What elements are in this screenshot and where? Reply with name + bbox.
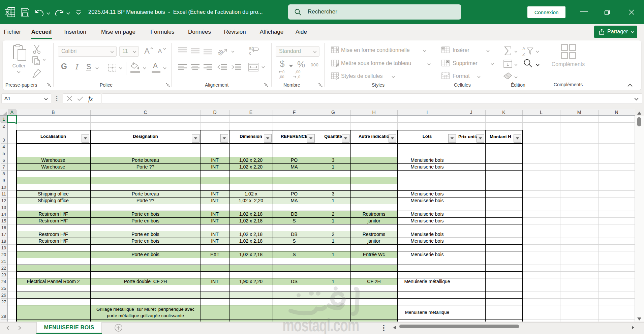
svg-text:,00: ,00: [295, 70, 300, 74]
svg-text:,00: ,00: [279, 75, 284, 79]
svg-text:c: c: [249, 51, 251, 56]
svg-text:,0: ,0: [297, 75, 300, 79]
svg-text:A: A: [522, 46, 525, 51]
svg-text:Z: Z: [522, 52, 525, 57]
svg-text:0: 0: [282, 70, 284, 74]
